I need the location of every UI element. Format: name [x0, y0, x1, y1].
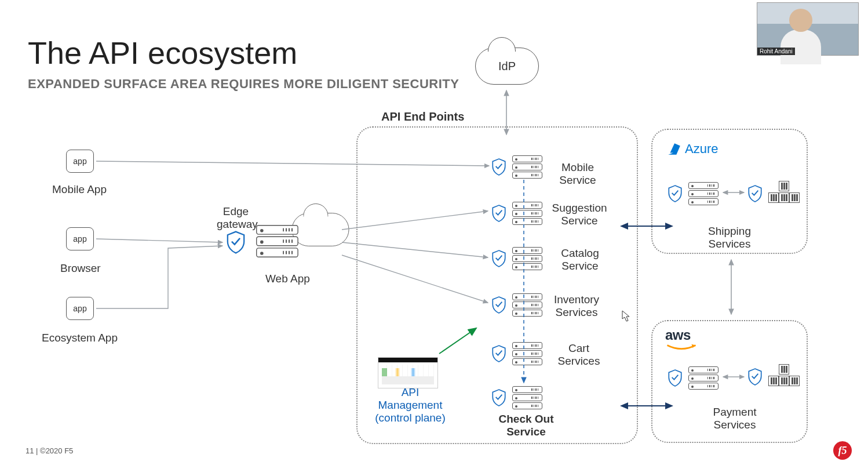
server-icon: [512, 202, 542, 225]
shield-icon: [491, 345, 506, 362]
browser-box: app: [66, 227, 94, 250]
aws-name: aws: [665, 327, 691, 343]
service-checkout: [491, 386, 542, 409]
shield-icon: [668, 369, 683, 387]
server-icon: [512, 342, 542, 365]
shield-icon: [747, 185, 763, 202]
shield-icon: [491, 250, 506, 267]
slide-footer: 11 | ©2020 F5: [25, 446, 73, 455]
mobile-app-label: Mobile App: [52, 183, 107, 196]
service-catalog-label: Catalog Service: [554, 247, 606, 272]
shield-icon: [491, 389, 506, 406]
service-suggestion: [491, 202, 542, 225]
server-icon: [512, 386, 542, 409]
webapp-server-icon: [256, 225, 298, 261]
idp-label: IdP: [475, 48, 539, 85]
azure-service-right: [747, 181, 800, 206]
browser-label: Browser: [60, 262, 101, 275]
shield-icon: [491, 158, 506, 176]
webapp-label: Web App: [265, 272, 310, 285]
azure-name: Azure: [685, 141, 718, 157]
server-icon: [512, 247, 542, 270]
server-icon: [688, 182, 719, 205]
storage-icon: [768, 181, 800, 206]
ecosystem-app-box: app: [66, 297, 94, 320]
slide-title: The API ecosystem: [28, 35, 297, 71]
slide: { "title": "The API ecosystem", "subtitl…: [0, 0, 868, 476]
api-endpoints-header: API End Points: [381, 110, 464, 123]
mobile-app-box: app: [66, 150, 94, 173]
shield-icon: [491, 296, 506, 314]
azure-service-label: Shipping Services: [703, 225, 756, 250]
svg-line-2: [96, 239, 223, 242]
idp-cloud: IdP: [475, 48, 539, 85]
azure-service-left: [668, 182, 719, 205]
service-cart-label: Cart Services: [553, 342, 605, 368]
presenter-name: Rohit Andani: [757, 48, 795, 55]
service-mobile-label: Mobile Service: [552, 161, 604, 187]
service-inventory-label: Inventory Services: [550, 293, 603, 319]
api-mgmt-dashboard-icon: [378, 357, 438, 388]
aws-service-left: [668, 366, 719, 390]
service-mobile: [491, 155, 542, 179]
api-mgmt-label: API Management (control plane): [374, 386, 446, 424]
service-inventory: [491, 293, 542, 317]
edge-shield-icon: [226, 231, 246, 256]
azure-logo: Azure: [666, 141, 718, 157]
shield-icon: [491, 205, 506, 222]
storage-icon: [768, 364, 800, 390]
aws-service-right: [747, 364, 800, 390]
ecosystem-app-label: Ecosystem App: [42, 332, 118, 344]
shield-icon: [668, 185, 683, 202]
f5-logo: f5: [833, 441, 852, 460]
aws-service-label: Payment Services: [707, 406, 763, 431]
server-icon: [512, 155, 542, 179]
edge-gateway-label: Edge gateway: [217, 205, 255, 231]
slide-subtitle: EXPANDED SURFACE AREA REQUIRES MORE DILI…: [28, 77, 459, 92]
shield-icon: [747, 368, 763, 386]
checkout-label: Check Out Service: [497, 413, 555, 438]
server-icon: [512, 293, 542, 317]
service-suggestion-label: Suggestion Service: [550, 202, 608, 227]
service-catalog: [491, 247, 542, 270]
service-cart: [491, 342, 542, 365]
presenter-webcam: Rohit Andani: [757, 2, 859, 56]
webapp-cloud-icon: [292, 213, 349, 246]
aws-logo: aws: [665, 327, 698, 351]
server-icon: [688, 366, 719, 390]
